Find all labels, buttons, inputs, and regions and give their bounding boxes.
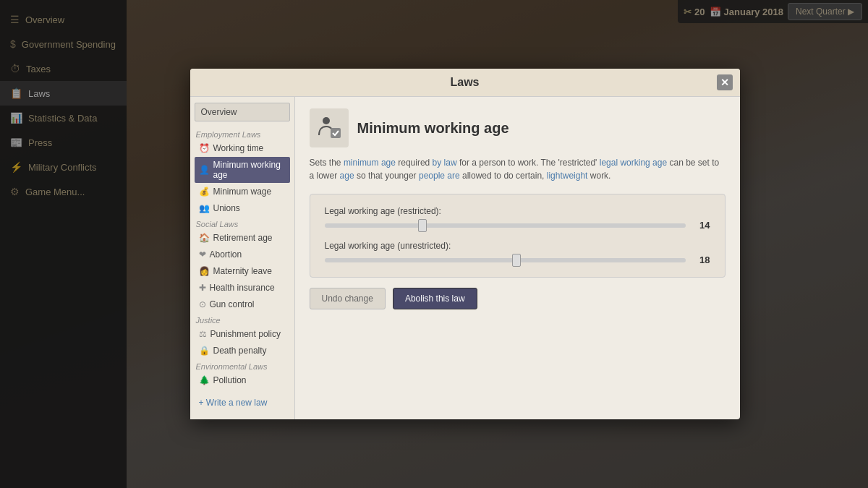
- law-item-unions[interactable]: 👥 Unions: [195, 200, 290, 216]
- svg-rect-1: [331, 128, 341, 138]
- law-content-description: Sets the minimum age required by law for…: [310, 156, 726, 182]
- laws-modal: Laws ✕ Overview Employment Laws ⏰ Workin…: [190, 69, 740, 419]
- law-label-unions: Unions: [213, 203, 240, 213]
- action-buttons: Undo change Abolish this law: [310, 288, 726, 309]
- law-item-gun-control[interactable]: ⊙ Gun control: [195, 296, 290, 312]
- slider-row-unrestricted: Legal working age (unrestricted): 18: [325, 241, 710, 265]
- slider-label-unrestricted: Legal working age (unrestricted):: [325, 241, 710, 251]
- law-label-maternity-leave: Maternity leave: [213, 266, 272, 276]
- gun-control-icon: ⊙: [199, 299, 206, 309]
- modal-header: Laws ✕: [190, 69, 740, 97]
- law-big-icon: [310, 108, 349, 147]
- slider-restricted[interactable]: [325, 223, 686, 228]
- law-list-panel: Overview Employment Laws ⏰ Working time …: [190, 97, 295, 419]
- slider-label-restricted: Legal working age (restricted):: [325, 206, 710, 216]
- law-label-gun-control: Gun control: [210, 299, 255, 309]
- law-content-svg-icon: [316, 115, 342, 141]
- write-law-button[interactable]: + Write a new law: [199, 398, 268, 408]
- modal-title: Laws: [450, 76, 479, 88]
- law-item-abortion[interactable]: ❤ Abortion: [195, 247, 290, 262]
- law-item-minimum-working-age[interactable]: 👤 Minimum working age: [195, 157, 290, 183]
- law-label-retirement-age: Retirement age: [213, 233, 273, 243]
- law-item-working-time[interactable]: ⏰ Working time: [195, 140, 290, 156]
- law-label-health-insurance: Health insurance: [210, 283, 275, 293]
- slider-track-wrap-unrestricted: 18: [325, 254, 710, 265]
- law-content-title: Minimum working age: [357, 120, 509, 137]
- law-item-retirement-age[interactable]: 🏠 Retirement age: [195, 230, 290, 246]
- section-label-environmental: Environmental Laws: [195, 359, 290, 372]
- slider-value-restricted: 14: [693, 220, 710, 231]
- slider-row-restricted: Legal working age (restricted): 14: [325, 206, 710, 231]
- law-label-punishment-policy: Punishment policy: [210, 329, 281, 339]
- law-label-pollution: Pollution: [213, 375, 247, 385]
- health-insurance-icon: ✚: [199, 283, 206, 293]
- section-label-social: Social Laws: [195, 217, 290, 230]
- undo-change-button[interactable]: Undo change: [310, 288, 386, 309]
- modal-body: Overview Employment Laws ⏰ Working time …: [190, 97, 740, 419]
- law-item-maternity-leave[interactable]: 👩 Maternity leave: [195, 263, 290, 279]
- maternity-icon: 👩: [199, 266, 210, 276]
- retirement-icon: 🏠: [199, 233, 210, 243]
- minimum-wage-icon: 💰: [199, 187, 210, 197]
- unions-icon: 👥: [199, 203, 210, 213]
- write-law-section: + Write a new law: [195, 391, 290, 414]
- law-label-minimum-working-age: Minimum working age: [213, 160, 286, 180]
- svg-point-0: [323, 117, 330, 124]
- law-content-header: Minimum working age: [310, 108, 726, 147]
- law-item-punishment-policy[interactable]: ⚖ Punishment policy: [195, 326, 290, 342]
- law-label-minimum-wage: Minimum wage: [213, 187, 272, 197]
- modal-close-button[interactable]: ✕: [717, 74, 733, 90]
- sliders-box: Legal working age (restricted): 14 Legal…: [310, 194, 726, 278]
- law-overview-button[interactable]: Overview: [195, 103, 290, 121]
- section-label-employment: Employment Laws: [195, 127, 290, 140]
- punishment-icon: ⚖: [199, 329, 207, 339]
- law-content-panel: Minimum working age Sets the minimum age…: [295, 97, 740, 419]
- law-item-death-penalty[interactable]: 🔒 Death penalty: [195, 343, 290, 359]
- working-time-icon: ⏰: [199, 143, 210, 153]
- law-item-pollution[interactable]: 🌲 Pollution: [195, 372, 290, 388]
- death-penalty-icon: 🔒: [199, 346, 210, 356]
- slider-value-unrestricted: 18: [693, 254, 710, 265]
- abolish-law-button[interactable]: Abolish this law: [393, 288, 477, 309]
- law-label-abortion: Abortion: [210, 249, 242, 260]
- minimum-working-age-icon: 👤: [199, 165, 210, 175]
- section-label-justice: Justice: [195, 313, 290, 326]
- law-item-minimum-wage[interactable]: 💰 Minimum wage: [195, 184, 290, 200]
- slider-track-wrap-restricted: 14: [325, 220, 710, 231]
- abortion-icon: ❤: [199, 249, 206, 260]
- law-label-death-penalty: Death penalty: [213, 346, 267, 356]
- law-item-health-insurance[interactable]: ✚ Health insurance: [195, 280, 290, 296]
- modal-overlay: Laws ✕ Overview Employment Laws ⏰ Workin…: [0, 0, 868, 488]
- law-label-working-time: Working time: [213, 143, 264, 153]
- pollution-icon: 🌲: [199, 375, 210, 385]
- slider-unrestricted[interactable]: [325, 258, 686, 262]
